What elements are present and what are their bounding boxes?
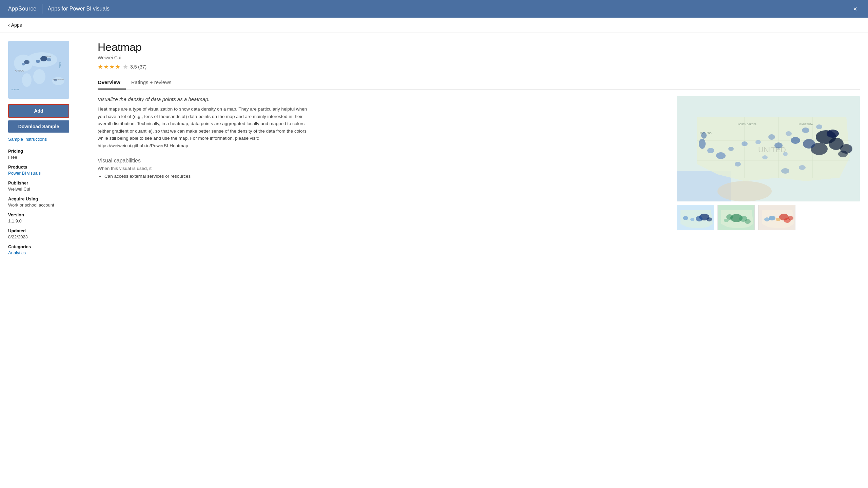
acquire-value: Work or school account: [8, 202, 54, 208]
svg-point-41: [755, 140, 761, 144]
stars-icon: ★★★★: [98, 63, 121, 71]
svg-point-71: [764, 217, 770, 221]
app-name: Heatmap: [98, 41, 860, 54]
header-title: Apps for Power BI visuals: [48, 6, 110, 12]
svg-point-57: [696, 216, 703, 221]
overview-section: Visualize the density of data points as …: [98, 96, 669, 230]
version-value: 1.1.9.0: [8, 218, 22, 223]
updated-label: Updated: [8, 228, 90, 233]
download-sample-button[interactable]: Download Sample: [8, 120, 69, 133]
back-label: Apps: [11, 22, 22, 28]
pricing-label: Pricing: [8, 149, 90, 154]
svg-text:MINNESOTA: MINNESOTA: [799, 123, 813, 125]
svg-point-54: [838, 151, 848, 157]
publisher-value: Weiwei Cui: [8, 187, 30, 192]
app-header: AppSource Apps for Power BI visuals ×: [0, 0, 868, 18]
header-divider: [42, 4, 42, 14]
svg-point-3: [33, 69, 45, 84]
tabs: Overview Ratings + reviews: [98, 76, 860, 90]
pricing-item: Pricing Free: [8, 149, 90, 160]
main-content: AFRICA ASIA AUSTRALIA NORTH PACIFIC Add …: [0, 33, 868, 268]
half-star-icon: ★: [123, 63, 128, 71]
app-thumbnail: AFRICA ASIA AUSTRALIA NORTH PACIFIC: [8, 41, 69, 99]
svg-point-70: [769, 216, 775, 220]
svg-point-72: [776, 218, 781, 221]
svg-point-34: [803, 139, 815, 149]
svg-point-45: [816, 124, 822, 129]
categories-item: Categories Analytics: [8, 244, 90, 255]
svg-point-66: [745, 219, 751, 224]
sample-instructions-link[interactable]: Sample Instructions: [8, 137, 90, 142]
version-label: Version: [8, 212, 90, 217]
svg-point-33: [827, 130, 839, 138]
version-item: Version 1.1.9.0: [8, 212, 90, 223]
categories-link[interactable]: Analytics: [8, 250, 26, 255]
svg-point-50: [799, 165, 806, 170]
svg-text:NORTH: NORTH: [12, 89, 19, 91]
svg-point-73: [788, 216, 793, 220]
visual-cap-item: Can access external services or resource…: [104, 174, 669, 179]
visual-cap-list: Can access external services or resource…: [98, 174, 669, 179]
svg-point-43: [786, 131, 792, 136]
svg-point-44: [802, 128, 809, 133]
content-with-screenshots: Visualize the density of data points as …: [98, 96, 860, 230]
svg-point-51: [699, 139, 706, 149]
thumbnail-1[interactable]: [677, 205, 714, 230]
updated-item: Updated 8/22/2023: [8, 228, 90, 239]
tab-ratings[interactable]: Ratings + reviews: [131, 76, 177, 90]
visual-cap-title: Visual capabilities: [98, 158, 669, 164]
thumbnail-row: [677, 205, 860, 230]
svg-point-12: [46, 58, 51, 61]
svg-point-38: [707, 148, 714, 153]
svg-point-59: [690, 218, 694, 221]
svg-point-60: [707, 217, 712, 221]
thumbnail-2[interactable]: [717, 205, 755, 230]
publisher-item: Publisher Weiwei Cui: [8, 180, 90, 192]
svg-point-11: [36, 60, 40, 63]
svg-point-35: [791, 137, 800, 144]
svg-point-39: [728, 147, 734, 151]
overview-headline: Visualize the density of data points as …: [98, 96, 669, 102]
visual-cap-sub: When this visual is used, it: [98, 166, 669, 171]
app-content: Heatmap Weiwei Cui ★★★★ ★ 3.5 (37) Overv…: [98, 41, 860, 260]
svg-text:PACIFIC: PACIFIC: [59, 61, 61, 68]
products-item: Products Power BI visuals: [8, 164, 90, 176]
thumbnail-3[interactable]: [758, 205, 795, 230]
back-chevron-icon: ‹: [8, 22, 10, 28]
svg-text:NORTH DAKOTA: NORTH DAKOTA: [738, 123, 756, 125]
svg-point-13: [22, 63, 25, 65]
app-author: Weiwei Cui: [98, 55, 860, 60]
screenshots-section: UNITED MONTANA NORTH DAKOTA MINNESOTA: [677, 96, 860, 230]
svg-point-14: [54, 79, 57, 81]
svg-point-46: [783, 152, 788, 156]
overview-body: Heat maps are a type of visualization to…: [98, 105, 308, 150]
close-button[interactable]: ×: [850, 4, 860, 14]
categories-label: Categories: [8, 244, 90, 249]
sidebar-meta: Pricing Free Products Power BI visuals P…: [8, 149, 90, 255]
back-link[interactable]: ‹ Apps: [8, 22, 22, 28]
svg-point-48: [735, 162, 741, 167]
svg-text:AFRICA: AFRICA: [15, 70, 24, 72]
svg-point-10: [40, 56, 47, 61]
svg-point-52: [701, 132, 707, 139]
add-button[interactable]: Add: [8, 104, 69, 118]
products-link[interactable]: Power BI visuals: [8, 171, 41, 176]
svg-point-40: [742, 141, 748, 146]
svg-point-65: [724, 219, 729, 222]
tab-overview[interactable]: Overview: [98, 76, 126, 90]
acquire-item: Acquire Using Work or school account: [8, 196, 90, 208]
publisher-label: Publisher: [8, 180, 90, 186]
rating-row: ★★★★ ★ 3.5 (37): [98, 63, 860, 71]
svg-point-37: [716, 152, 726, 159]
updated-value: 8/22/2023: [8, 234, 28, 239]
svg-point-36: [774, 142, 783, 149]
svg-point-5: [22, 73, 32, 87]
sidebar: AFRICA ASIA AUSTRALIA NORTH PACIFIC Add …: [8, 41, 90, 260]
svg-point-42: [768, 134, 775, 140]
acquire-label: Acquire Using: [8, 196, 90, 201]
svg-point-49: [781, 168, 789, 174]
main-screenshot[interactable]: UNITED MONTANA NORTH DAKOTA MINNESOTA: [677, 96, 860, 201]
breadcrumb: ‹ Apps: [0, 18, 868, 33]
pricing-value: Free: [8, 155, 17, 160]
rating-value: 3.5 (37): [130, 64, 146, 70]
